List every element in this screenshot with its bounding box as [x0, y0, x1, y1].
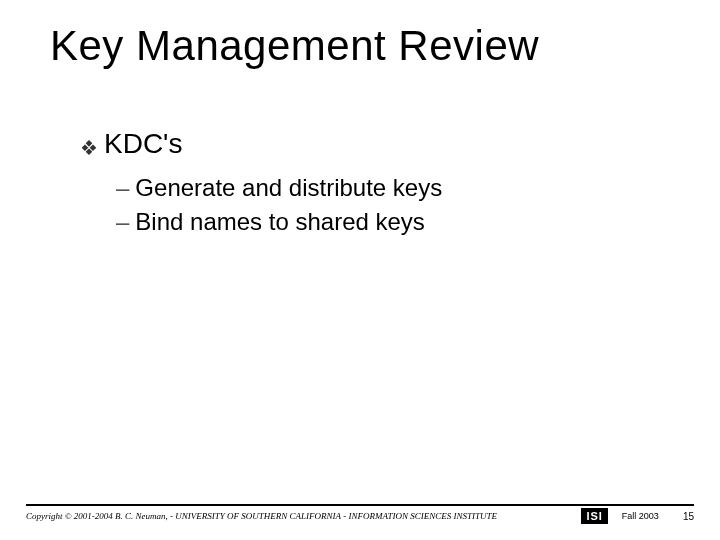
bullet-level2-list: – Generate and distribute keys – Bind na…	[116, 174, 660, 236]
bullet-level2-text: Bind names to shared keys	[135, 208, 425, 236]
bullet-level1: ❖ KDC's	[80, 128, 660, 160]
bullet-level2-text: Generate and distribute keys	[135, 174, 442, 202]
copyright-text: Copyright © 2001-2004 B. C. Neuman, - UN…	[26, 511, 497, 521]
term-label: Fall 2003	[622, 511, 659, 521]
diamond-bullet-icon: ❖	[80, 138, 98, 158]
page-number: 15	[683, 511, 694, 522]
bullet-level1-text: KDC's	[104, 128, 182, 160]
bullet-level2: – Bind names to shared keys	[116, 208, 660, 236]
slide: Key Management Review ❖ KDC's – Generate…	[0, 0, 720, 540]
footer-right: ISI Fall 2003 15	[581, 508, 694, 524]
footer-rule	[26, 504, 694, 506]
isi-logo: ISI	[581, 508, 607, 524]
dash-bullet-icon: –	[116, 174, 129, 202]
slide-body: ❖ KDC's – Generate and distribute keys –…	[80, 128, 660, 242]
footer-row: Copyright © 2001-2004 B. C. Neuman, - UN…	[26, 508, 694, 524]
bullet-level2: – Generate and distribute keys	[116, 174, 660, 202]
footer: Copyright © 2001-2004 B. C. Neuman, - UN…	[26, 504, 694, 524]
dash-bullet-icon: –	[116, 208, 129, 236]
slide-title: Key Management Review	[50, 22, 539, 70]
